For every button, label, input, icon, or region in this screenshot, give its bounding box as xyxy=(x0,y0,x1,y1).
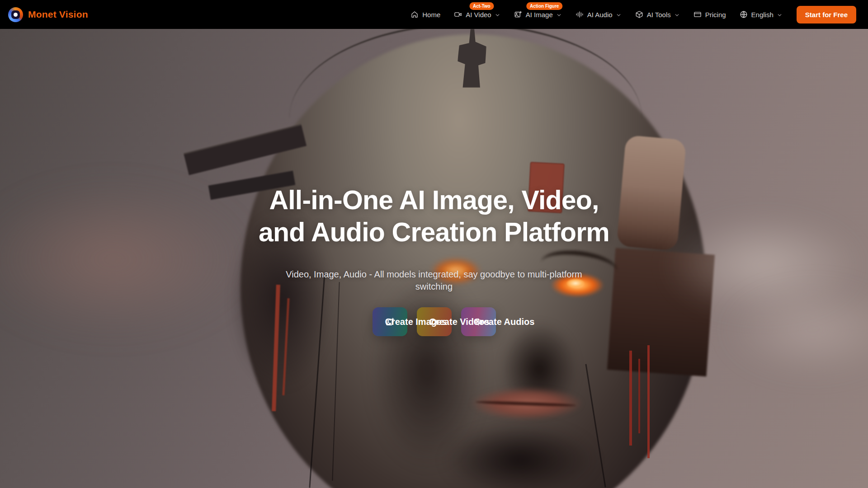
chevron-down-icon xyxy=(777,12,783,18)
hero-section: All-in-One AI Image, Video, and Audio Cr… xyxy=(0,29,868,488)
nav-item-label: AI Video xyxy=(466,11,491,19)
chevron-down-icon xyxy=(674,12,680,18)
hero-subtitle: Video, Image, Audio - All models integra… xyxy=(270,268,598,293)
create-images-button[interactable]: Create Images xyxy=(373,307,407,336)
nav-item-label: AI Tools xyxy=(647,11,671,19)
nav-item-home[interactable]: Home xyxy=(404,0,447,29)
chevron-down-icon xyxy=(616,12,622,18)
nav-item-ai-audio[interactable]: AI Audio xyxy=(569,0,628,29)
nav-item-label: AI Image xyxy=(526,11,553,19)
create-audios-label: Create Audios xyxy=(474,317,535,327)
chevron-down-icon xyxy=(495,12,500,18)
audio-lines-icon xyxy=(576,10,584,19)
brand-logo-icon xyxy=(8,7,23,22)
nav-item-label: Home xyxy=(422,11,440,19)
nav-menu: Home Act-Two AI Video Action Figure AI I… xyxy=(404,0,856,29)
nav-item-ai-video[interactable]: Act-Two AI Video xyxy=(447,0,507,29)
hero-content: All-in-One AI Image, Video, and Audio Cr… xyxy=(0,29,868,488)
nav-item-label: Pricing xyxy=(705,11,726,19)
video-camera-icon xyxy=(454,10,462,19)
language-selector[interactable]: English xyxy=(733,0,789,29)
nav-item-label: AI Audio xyxy=(587,11,613,19)
top-navigation: Monet Vision Home Act-Two AI Video Actio… xyxy=(0,0,868,29)
language-label: English xyxy=(751,11,774,19)
page-title-line2: and Audio Creation Platform xyxy=(259,216,609,249)
cube-icon xyxy=(635,10,643,19)
start-for-free-button[interactable]: Start for Free xyxy=(797,6,856,23)
chevron-down-icon xyxy=(556,12,562,18)
home-icon xyxy=(410,10,419,19)
nav-item-ai-image[interactable]: Action Figure AI Image xyxy=(507,0,569,29)
nav-item-ai-tools[interactable]: AI Tools xyxy=(628,0,687,29)
globe-icon xyxy=(740,10,748,19)
hero-action-buttons: Create Images Create Videos Create Audio… xyxy=(373,307,496,336)
credit-card-icon xyxy=(693,10,702,19)
image-plus-icon xyxy=(514,10,522,19)
brand-name: Monet Vision xyxy=(28,9,88,20)
nav-item-pricing[interactable]: Pricing xyxy=(687,0,733,29)
brand-logo[interactable]: Monet Vision xyxy=(8,7,88,22)
logo-core-shape xyxy=(11,10,20,19)
nav-badge-action-figure: Action Figure xyxy=(526,2,562,10)
nav-badge-act-two: Act-Two xyxy=(469,2,494,10)
logo-dot xyxy=(14,13,18,17)
page-title-line1: All-in-One AI Image, Video, xyxy=(259,184,609,216)
page-title: All-in-One AI Image, Video, and Audio Cr… xyxy=(259,184,609,249)
